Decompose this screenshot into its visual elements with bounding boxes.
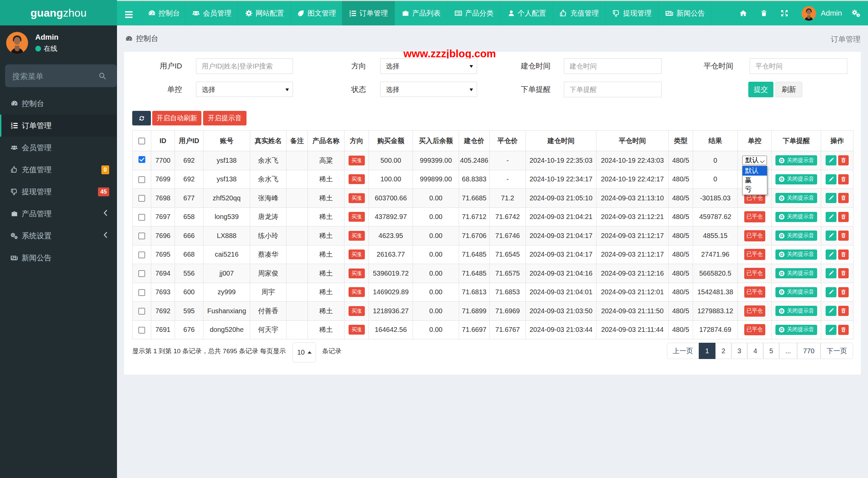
svg-text:3: 3 <box>11 126 13 130</box>
svg-text:3: 3 <box>349 14 351 17</box>
